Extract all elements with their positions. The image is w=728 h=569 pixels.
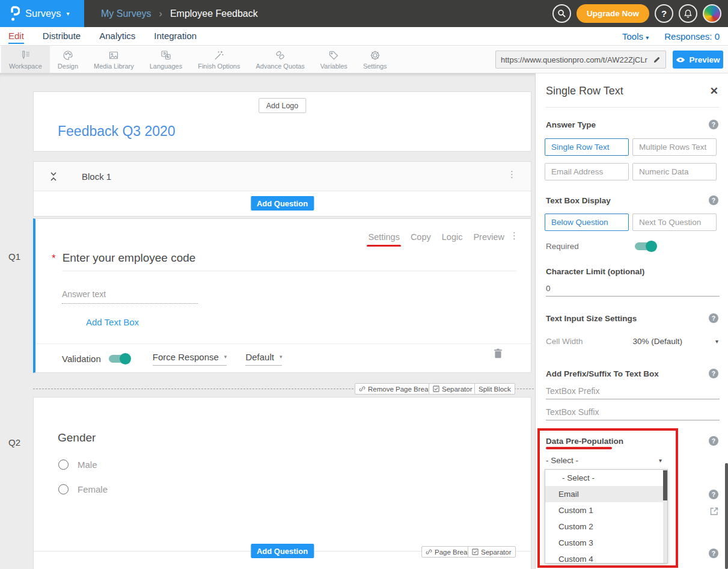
external-link-icon[interactable] (709, 506, 719, 516)
tab-analytics[interactable]: Analytics (99, 27, 135, 46)
collapse-block-icon[interactable] (49, 171, 58, 182)
toolbar-item-advance-quotas[interactable]: Advance Quotas (248, 46, 312, 73)
upgrade-now-button[interactable]: Upgrade Now (577, 4, 649, 23)
cell-width-value[interactable]: 30% (Default) (632, 337, 682, 346)
split-block-button[interactable]: Split Block (474, 383, 515, 395)
q2-option-female[interactable]: Female (58, 484, 108, 494)
edit-pencil-icon[interactable] (653, 56, 661, 64)
tab-distribute[interactable]: Distribute (43, 27, 81, 46)
textbox-prefix-input[interactable] (546, 386, 720, 399)
responses-count[interactable]: Responses: 0 (664, 31, 720, 42)
panel-title: Single Row Text (546, 85, 623, 97)
dropdown-option-custom4[interactable]: Custom 4 (545, 551, 667, 564)
answer-type-email[interactable]: Email Address (545, 163, 629, 180)
q1-tab-copy[interactable]: Copy (411, 232, 431, 242)
validation-toggle[interactable] (109, 355, 130, 363)
display-below-question[interactable]: Below Question (545, 214, 629, 231)
toolbar-item-design[interactable]: Design (50, 46, 86, 73)
survey-url-box (495, 51, 666, 69)
dropdown-scrollbar-track[interactable] (663, 470, 667, 563)
nav-tabs: Edit Distribute Analytics Integration (8, 27, 197, 46)
q1-question-text[interactable]: Enter your employee code (63, 251, 196, 265)
toolbar-item-variables[interactable]: Variables (313, 46, 355, 73)
dropdown-option-custom1[interactable]: Custom 1 (545, 502, 667, 518)
add-text-box-link[interactable]: Add Text Box (86, 317, 139, 327)
add-question-button-top[interactable]: Add Question (251, 196, 314, 211)
tab-edit[interactable]: Edit (8, 27, 24, 46)
default-dropdown[interactable]: Default ▾ (245, 352, 282, 366)
caret-down-icon: ▾ (280, 354, 283, 360)
add-question-button-bottom[interactable]: Add Question (251, 544, 314, 558)
q1-tab-settings[interactable]: Settings (368, 232, 399, 242)
answer-type-multiple-rows[interactable]: Multiple Rows Text (632, 138, 717, 156)
caret-down-icon[interactable]: ▾ (715, 338, 718, 345)
notifications-button[interactable] (679, 4, 697, 23)
delete-question-icon[interactable] (494, 348, 503, 358)
toolbar-item-finish-options[interactable]: Finish Options (190, 46, 248, 73)
preview-button[interactable]: Preview (673, 51, 723, 69)
unlink-icon (359, 386, 366, 392)
q1-tab-preview[interactable]: Preview (473, 232, 504, 242)
required-toggle[interactable] (635, 242, 656, 250)
dropdown-scrollbar-thumb[interactable] (663, 470, 667, 500)
question-settings-panel: Single Row Text ✕ Answer Type ? Single R… (535, 73, 728, 569)
answer-type-numeric[interactable]: Numeric Data (632, 163, 717, 180)
force-response-dropdown[interactable]: Force Response ▾ (153, 352, 227, 366)
help-icon-data-pre-population[interactable]: ? (709, 436, 718, 446)
help-icon-hidden-section-2[interactable]: ? (709, 549, 718, 558)
breadcrumb-my-surveys[interactable]: My Surveys (101, 8, 151, 19)
help-icon-text-box-display[interactable]: ? (709, 195, 718, 205)
close-icon[interactable]: ✕ (710, 85, 718, 97)
display-next-to-question[interactable]: Next To Question (632, 214, 717, 231)
block-menu-icon[interactable]: ⋮ (507, 170, 516, 180)
q2-question-text[interactable]: Gender (58, 431, 96, 444)
tab-integration[interactable]: Integration (154, 27, 197, 46)
avatar[interactable] (703, 4, 721, 23)
separator-button-q2[interactable]: Separator (468, 546, 516, 558)
q1-menu-icon[interactable]: ⋮ (510, 231, 519, 241)
nav-right: Tools ▾ Responses: 0 (622, 27, 720, 46)
survey-nav: Edit Distribute Analytics Integration To… (0, 27, 728, 46)
dropdown-option-select[interactable]: - Select - (545, 470, 667, 486)
survey-title[interactable]: Feedback Q3 2020 (58, 123, 176, 140)
toolbar-item-settings[interactable]: Settings (355, 46, 395, 73)
dropdown-option-custom3[interactable]: Custom 3 (545, 535, 667, 551)
page-break-button[interactable]: Page Break (421, 546, 475, 558)
character-limit-input[interactable] (546, 283, 720, 297)
help-icon-prefix-suffix[interactable]: ? (709, 369, 718, 378)
q2-option-male[interactable]: Male (58, 460, 97, 470)
toolbar-item-workspace[interactable]: Workspace (1, 46, 50, 73)
data-pre-population-select[interactable]: - Select - (546, 456, 578, 465)
tools-dropdown[interactable]: Tools ▾ (622, 31, 649, 42)
radio-icon[interactable] (58, 484, 69, 494)
radio-icon[interactable] (58, 460, 69, 470)
survey-url-input[interactable] (501, 55, 649, 64)
tag-icon (328, 49, 340, 61)
help-icon-text-input-size[interactable]: ? (709, 313, 718, 323)
required-asterisk: * (52, 253, 56, 265)
help-icon-answer-type[interactable]: ? (709, 120, 718, 129)
toolbar-item-media-library[interactable]: Media Library (86, 46, 142, 73)
block-card: Block 1 ⋮ Add Question (33, 161, 531, 217)
add-logo-button[interactable]: Add Logo (258, 98, 307, 113)
remove-page-break-button[interactable]: Remove Page Break (355, 383, 436, 395)
toolbar-item-languages[interactable]: Languages (142, 46, 190, 73)
help-button[interactable]: ? (655, 4, 673, 23)
dropdown-option-custom2[interactable]: Custom 2 (545, 518, 667, 535)
caret-down-icon[interactable]: ▾ (659, 457, 662, 464)
image-icon (108, 49, 120, 61)
answer-type-single-row[interactable]: Single Row Text (545, 138, 629, 156)
breadcrumb: My Surveys › Employee Feedback (101, 0, 258, 27)
product-switcher[interactable]: Surveys ▾ (0, 0, 84, 27)
q1-question-row: * Enter your employee code (52, 251, 195, 265)
q1-answer-textbox[interactable]: Answer text (62, 289, 198, 304)
help-icon-hidden-section-1[interactable]: ? (709, 490, 718, 499)
panel-scrollbar-thumb[interactable] (725, 463, 728, 569)
dropdown-option-email[interactable]: Email (545, 486, 667, 502)
search-button[interactable] (552, 4, 571, 23)
q1-tab-logic[interactable]: Logic (442, 232, 463, 242)
textbox-suffix-input[interactable] (546, 407, 720, 420)
question-mark-icon: ? (661, 8, 667, 19)
block-name[interactable]: Block 1 (82, 162, 111, 191)
separator-button[interactable]: Separator (429, 383, 477, 395)
